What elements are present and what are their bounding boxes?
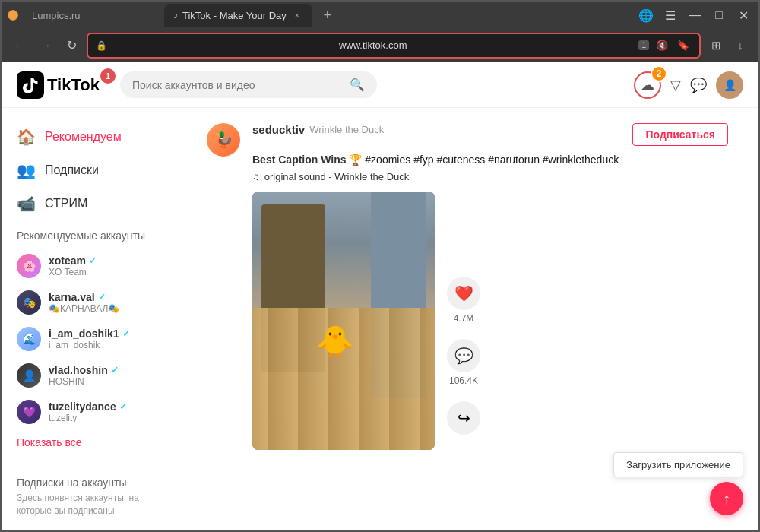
sidebar-divider (2, 461, 176, 461)
tiktok-header: TikTok 1 🔍 ☁ 2 ▽ 💬 👤 (2, 62, 758, 108)
refresh-button[interactable]: ↻ (61, 35, 82, 56)
notification-icon[interactable]: 💬 (690, 77, 707, 93)
share-action[interactable]: ↪ (447, 401, 480, 435)
like-count: 4.7M (454, 313, 474, 324)
avatar-tuze: 💜 (17, 400, 41, 424)
account-info-tuze: tuzelitydance✓ tuzelity (49, 401, 127, 423)
account-item-doshik[interactable]: 🌊 i_am_doshik1✓ i_am_doshik (2, 321, 176, 357)
upload-icon: ↑ (723, 490, 730, 508)
extensions-button[interactable]: ⊞ (705, 35, 727, 56)
author-avatar[interactable]: 🦆 (207, 123, 240, 157)
author-info: seducktiv Wrinkle the Duck (252, 123, 384, 136)
subscriptions-description: Здесь появятся аккаунты, на которые вы п… (2, 492, 176, 524)
verified-icon-karna: ✓ (98, 292, 106, 302)
music-icon: ♫ (252, 171, 260, 182)
tiktok-logo[interactable]: TikTok 1 (17, 71, 108, 99)
close-button[interactable]: ✕ (734, 6, 752, 24)
minimize-button[interactable]: — (686, 6, 704, 24)
tab-active-label: TikTok - Make Your Day (182, 10, 287, 21)
floating-upload-button[interactable]: ↑ (710, 482, 743, 515)
sidebar-item-recommend[interactable]: 🏠 Рекомендуем (2, 120, 176, 154)
new-tab-button[interactable]: + (317, 5, 338, 26)
traffic-light[interactable] (8, 10, 18, 21)
account-name-xoteam: xoteam✓ (49, 255, 97, 267)
comment-action[interactable]: 💬 106.4K (447, 339, 480, 386)
search-icon[interactable]: 🔍 (350, 78, 365, 92)
speaker-icon[interactable]: 🔇 (654, 37, 670, 54)
tab-tiktok[interactable]: ♪ TikTok - Make Your Day × (164, 4, 312, 27)
avatar-karna: 🎭 (17, 290, 41, 315)
tab-close-button[interactable]: × (291, 9, 303, 21)
filter-icon[interactable]: ▽ (670, 77, 681, 93)
toolbar-right: ⊞ ↓ (705, 35, 751, 56)
annotation-2: 2 (651, 65, 667, 82)
search-input[interactable] (132, 79, 344, 91)
url-bar[interactable]: 🔒 www.tiktok.com 1 🔇 🔖 (87, 33, 701, 59)
account-sub-xoteam: XO Team (49, 267, 97, 277)
video-card: 🦆 seducktiv Wrinkle the Duck (207, 123, 728, 450)
search-bar[interactable]: 🔍 (120, 71, 377, 98)
menu-icon[interactable]: ☰ (661, 6, 679, 24)
sidebar-item-stream[interactable]: 📹 СТРИМ (2, 187, 176, 220)
account-name-karna: karna.val✓ (49, 291, 119, 303)
video-content: seducktiv Wrinkle the Duck Подписаться B… (252, 123, 728, 450)
account-sub-doshik: i_am_doshik (49, 340, 130, 350)
account-item-vlad[interactable]: 👤 vlad.hoshin✓ HOSHIN (2, 357, 176, 394)
account-info-xoteam: xoteam✓ XO Team (49, 255, 97, 277)
subscribe-button[interactable]: Подписаться (632, 123, 728, 146)
account-info-doshik: i_am_doshik1✓ i_am_doshik (49, 328, 130, 350)
account-sub-tuze: tuzelity (49, 413, 127, 423)
account-name-vlad: vlad.hoshin✓ (49, 364, 119, 376)
verified-icon-xoteam: ✓ (89, 255, 97, 266)
sound-name: original sound - Wrinkle the Duck (264, 171, 410, 182)
video-description: Best Caption Wins 🏆 #zoomies #fyp #cuten… (252, 152, 728, 168)
share-icon: ↪ (447, 401, 480, 435)
title-bar: Lumpics.ru ♪ TikTok - Make Your Day × + … (2, 2, 758, 29)
account-name-tuze: tuzelitydance✓ (49, 401, 127, 413)
sidebar-item-subscriptions[interactable]: 👥 Подписки (2, 154, 176, 187)
download-app-button[interactable]: Загрузить приложение (613, 452, 743, 477)
account-name-doshik: i_am_doshik1✓ (49, 328, 130, 340)
comment-icon: 💬 (447, 339, 480, 372)
download-button[interactable]: ↓ (730, 35, 751, 56)
video-sound: ♫ original sound - Wrinkle the Duck (252, 171, 728, 182)
back-button[interactable]: ← (9, 35, 30, 56)
bookmark-icon[interactable]: 🔖 (675, 37, 692, 54)
tiktok-logo-icon (17, 71, 44, 99)
account-info-karna: karna.val✓ 🎭КАРНАВАЛ🎭 (49, 291, 119, 314)
verified-icon-vlad: ✓ (111, 365, 119, 375)
account-item-xoteam[interactable]: 🌸 xoteam✓ XO Team (2, 248, 176, 284)
user-avatar[interactable]: 👤 (716, 71, 743, 99)
tiktok-logo-text: TikTok (47, 75, 100, 95)
author-name: seducktiv Wrinkle the Duck (252, 123, 384, 136)
heart-icon: ❤️ (447, 277, 480, 310)
sidebar-subscriptions-label: Подписки (45, 163, 99, 177)
verified-icon-tuze: ✓ (119, 401, 127, 412)
account-sub-vlad: HOSHIN (49, 376, 119, 387)
avatar-doshik: 🌊 (17, 327, 41, 351)
stream-icon: 📹 (17, 195, 36, 213)
maximize-button[interactable]: □ (710, 6, 728, 24)
video-hashtags: #zoomies #fyp #cuteness #narutorun #wrin… (365, 154, 619, 166)
avatar-xoteam: 🌸 (17, 254, 41, 278)
subscriptions-section-title: Подписки на аккаунты (2, 467, 176, 492)
page-content: TikTok 1 🔍 ☁ 2 ▽ 💬 👤 (2, 62, 758, 530)
account-item-tuze[interactable]: 💜 tuzelitydance✓ tuzelity (2, 394, 176, 430)
verified-icon-doshik: ✓ (122, 328, 130, 339)
globe-icon[interactable]: 🌐 (637, 6, 655, 24)
url-action-icons: 1 🔇 🔖 (638, 37, 692, 54)
upload-button[interactable]: ☁ 2 (634, 71, 661, 99)
video-thumbnail-wrap: 🐥 ❤️ 4.7M � (252, 192, 728, 450)
url-display: www.tiktok.com (113, 40, 632, 51)
video-thumbnail[interactable]: 🐥 (252, 192, 435, 450)
sidebar-recommend-label: Рекомендуем (45, 130, 122, 144)
trophy-emoji: 🏆 (349, 154, 365, 166)
subscriptions-icon: 👥 (17, 161, 36, 179)
tab-lumpics[interactable]: Lumpics.ru (23, 4, 160, 27)
lock-icon: 🔒 (96, 40, 107, 51)
forward-button[interactable]: → (35, 35, 56, 56)
account-item-karna[interactable]: 🎭 karna.val✓ 🎭КАРНАВАЛ🎭 (2, 284, 176, 321)
show-all-button[interactable]: Показать все (2, 430, 176, 454)
like-action[interactable]: ❤️ 4.7M (447, 277, 480, 324)
sidebar-stream-label: СТРИМ (45, 197, 87, 211)
